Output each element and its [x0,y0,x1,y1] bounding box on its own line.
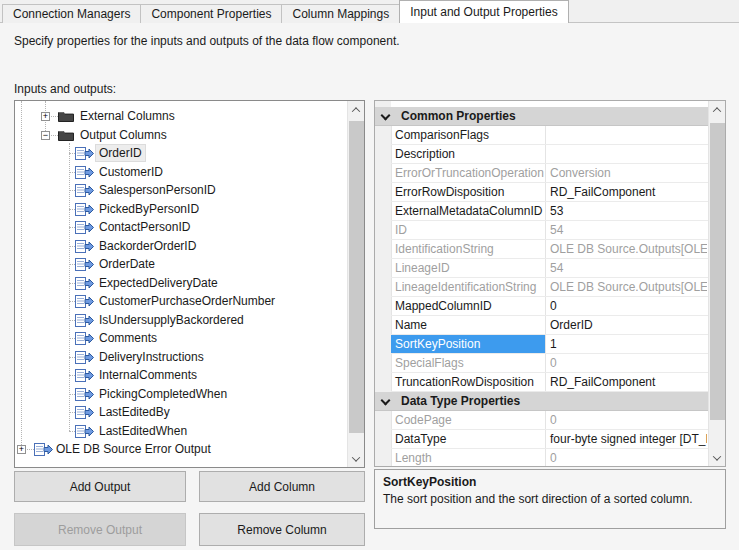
dialog-subtitle: Specify properties for the inputs and ou… [14,34,400,48]
column-icon [75,295,94,308]
tree-item-expecteddeliverydate[interactable]: ExpectedDeliveryDate [15,274,347,293]
property-value[interactable]: 53 [545,202,707,220]
column-icon [75,221,94,234]
property-row-id[interactable]: ID54 [391,221,708,240]
property-row-sortkeyposition[interactable]: SortKeyPosition1 [391,335,708,354]
tree-item-deliveryinstructions[interactable]: DeliveryInstructions [15,348,347,367]
tree-item-contactpersonid[interactable]: ContactPersonID [15,218,347,237]
tree-item-backorderorderid[interactable]: BackorderOrderID [15,237,347,256]
tree-item-label: External Columns [77,108,178,124]
grid-scrollbar-thumb[interactable] [710,123,725,420]
tab-component-properties[interactable]: Component Properties [140,4,282,23]
tree-item-lasteditedby[interactable]: LastEditedBy [15,403,347,422]
property-value[interactable]: OrderID [545,316,707,334]
tab-input-and-output-properties[interactable]: Input and Output Properties [399,0,568,23]
add-column-button[interactable]: Add Column [199,471,365,502]
scroll-down-icon[interactable] [709,449,725,466]
property-name: ErrorRowDisposition [391,183,545,201]
inputs-outputs-tree: +External Columns−Output ColumnsOrderIDC… [14,100,365,468]
property-value[interactable]: four-byte signed integer [DT_I4] [545,430,707,448]
column-icon [75,314,94,327]
grid-scrollbar[interactable] [708,101,725,466]
add-output-button[interactable]: Add Output [14,471,186,502]
remove-column-button[interactable]: Remove Column [199,513,365,546]
tree-item-comments[interactable]: Comments [15,329,347,348]
tree-item-label: CustomerPurchaseOrderNumber [96,293,278,309]
section-header-common-properties[interactable]: Common Properties [375,107,708,126]
tree-item-salespersonpersonid[interactable]: SalespersonPersonID [15,181,347,200]
scroll-up-icon[interactable] [709,101,725,118]
property-name: LineageIdentificationString [391,278,545,296]
property-row-errorrowdisposition[interactable]: ErrorRowDispositionRD_FailComponent [391,183,708,202]
section-header-data-type-properties[interactable]: Data Type Properties [375,392,708,411]
tree-item-orderid[interactable]: OrderID [15,144,347,163]
tree-item-external-columns[interactable]: +External Columns [15,107,347,126]
property-row-lineageid[interactable]: LineageID54 [391,259,708,278]
property-row-codepage[interactable]: CodePage0 [391,411,708,430]
property-name: ExternalMetadataColumnID [391,202,545,220]
property-value[interactable]: 0 [545,449,707,466]
property-value[interactable]: 0 [545,297,707,315]
property-row-specialflags[interactable]: SpecialFlags0 [391,354,708,373]
column-icon [75,203,94,216]
tree-scrollbar[interactable] [347,101,364,467]
tree-item-isundersupplybackordered[interactable]: IsUndersupplyBackordered [15,311,347,330]
property-value[interactable]: 0 [545,354,707,372]
property-row-datatype[interactable]: DataTypefour-byte signed integer [DT_I4] [391,430,708,449]
tab-connection-managers[interactable]: Connection Managers [2,4,141,23]
tree-item-label: SalespersonPersonID [96,182,219,198]
property-row-externalmetadatacolumnid[interactable]: ExternalMetadataColumnID53 [391,202,708,221]
property-value[interactable]: OLE DB Source.Outputs[OLE DB [545,240,707,258]
expander-plus-icon[interactable]: + [17,445,26,454]
tree-item-customerpurchaseordernumber[interactable]: CustomerPurchaseOrderNumber [15,292,347,311]
tree-item-lasteditedwhen[interactable]: LastEditedWhen [15,422,347,441]
tree-item-internalcomments[interactable]: InternalComments [15,366,347,385]
property-value[interactable]: OLE DB Source.Outputs[OLE DB [545,278,707,296]
property-row-mappedcolumnid[interactable]: MappedColumnID0 [391,297,708,316]
advanced-editor-dialog: { "tabs": [ {"label": "Connection Manage… [0,0,739,550]
tree-item-customerid[interactable]: CustomerID [15,163,347,182]
tree-item-pickedbypersonid[interactable]: PickedByPersonID [15,200,347,219]
tree-scrollbar-thumb[interactable] [349,121,364,433]
property-value[interactable]: 0 [545,411,707,429]
property-value[interactable] [545,126,707,144]
property-value[interactable]: Conversion [545,164,707,182]
property-row-identificationstring[interactable]: IdentificationStringOLE DB Source.Output… [391,240,708,259]
expander-plus-icon[interactable]: + [41,112,50,121]
tree-item-pickingcompletedwhen[interactable]: PickingCompletedWhen [15,385,347,404]
tree-item-ole-db-source-error-output[interactable]: +OLE DB Source Error Output [15,440,347,459]
column-icon [75,277,94,290]
property-row-lineageidentificationstring[interactable]: LineageIdentificationStringOLE DB Source… [391,278,708,297]
property-row-length[interactable]: Length0 [391,449,708,466]
tab-bar: Connection ManagersComponent PropertiesC… [2,0,568,23]
tab-column-mappings[interactable]: Column Mappings [281,4,400,23]
property-value[interactable]: 1 [545,335,707,353]
inputs-outputs-label: Inputs and outputs: [14,82,116,96]
column-icon [75,425,94,438]
property-row-truncationrowdisposition[interactable]: TruncationRowDispositionRD_FailComponent [391,373,708,392]
folder-icon [58,110,74,123]
chevron-down-icon[interactable] [381,111,391,121]
property-value[interactable] [545,145,707,163]
scroll-up-icon[interactable] [348,101,364,118]
property-name: SpecialFlags [391,354,545,372]
tree-item-output-columns[interactable]: −Output Columns [15,126,347,145]
chevron-down-icon[interactable] [381,396,391,406]
tree-item-label: ContactPersonID [96,219,193,235]
property-row-name[interactable]: NameOrderID [391,316,708,335]
property-value[interactable]: 54 [545,221,707,239]
tree-item-orderdate[interactable]: OrderDate [15,255,347,274]
tree-item-label: ExpectedDeliveryDate [96,275,221,291]
property-value[interactable]: RD_FailComponent [545,373,707,391]
property-name: Length [391,449,545,466]
property-value[interactable]: RD_FailComponent [545,183,707,201]
expander-minus-icon[interactable]: − [41,131,50,140]
property-row-description[interactable]: Description [391,145,708,164]
property-value[interactable]: 54 [545,259,707,277]
scroll-down-icon[interactable] [348,450,364,467]
tree-item-label: Output Columns [77,127,170,143]
tree-item-label: CustomerID [96,164,166,180]
column-icon [75,240,94,253]
property-row-errorortruncationoperation[interactable]: ErrorOrTruncationOperationConversion [391,164,708,183]
property-row-comparisonflags[interactable]: ComparisonFlags [391,126,708,145]
